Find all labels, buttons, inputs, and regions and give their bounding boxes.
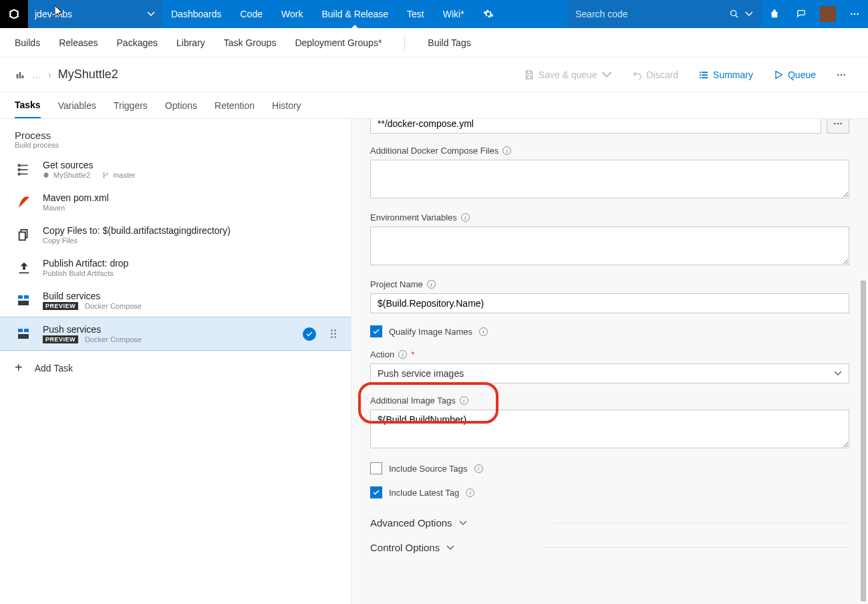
info-icon[interactable]: i [398,350,407,359]
action-select[interactable]: Push service images [370,363,849,384]
info-icon[interactable]: i [474,464,483,473]
tab-variables[interactable]: Variables [58,94,96,118]
tab-tasks[interactable]: Tasks [15,93,41,118]
svg-marker-14 [776,71,782,78]
info-icon[interactable]: i [466,488,474,497]
summary-button[interactable]: Summary [692,69,760,80]
env-vars-input[interactable] [370,226,849,265]
search-input[interactable] [575,9,724,19]
vsts-logo[interactable] [0,0,28,28]
include-source-tags-checkbox[interactable] [370,462,382,474]
browse-button[interactable] [827,119,849,134]
svg-point-15 [837,73,839,76]
svg-rect-30 [24,295,29,299]
additional-compose-input[interactable] [370,160,849,198]
sources-icon [15,160,33,179]
tab-history[interactable]: History [272,94,301,118]
get-sources-item[interactable]: Get sources MyShuttle2 master [0,153,351,186]
preview-badge: PREVIEW [43,302,78,310]
project-selector[interactable]: jdev-labs [28,0,162,28]
subnav-releases[interactable]: Releases [59,37,98,48]
info-icon[interactable]: i [461,213,470,222]
required-asterisk: * [411,349,414,359]
project-name-label: Project Name [370,279,423,289]
list-icon [698,69,709,80]
preview-badge: PREVIEW [43,335,78,343]
chevron-down-icon [446,544,454,552]
svg-rect-28 [19,232,25,240]
tab-retention[interactable]: Retention [214,94,255,118]
task-maven[interactable]: Maven pom.xml Maven [0,186,351,218]
scrollbar-thumb[interactable] [861,281,866,601]
process-header[interactable]: Process Build process [0,119,351,153]
chevron-down-icon[interactable] [745,10,753,18]
enabled-check-icon [303,327,316,341]
nav-dashboards[interactable]: Dashboards [162,0,231,28]
drag-handle-icon[interactable] [331,329,336,338]
discard-button[interactable]: Discard [625,69,685,80]
gear-icon [483,9,494,19]
help-button[interactable] [788,0,815,28]
ellipsis-icon [849,9,860,19]
task-copy-files[interactable]: Copy Files to: $(build.artifactstagingdi… [0,218,351,251]
nav-code[interactable]: Code [231,0,272,28]
qualify-image-names-checkbox[interactable] [370,325,382,337]
advanced-options-toggle[interactable]: Advanced Options [370,510,467,535]
more-actions-button[interactable] [829,69,853,80]
svg-rect-6 [19,72,21,78]
subnav-builds[interactable]: Builds [15,37,40,48]
add-task-button[interactable]: + Add Task [0,351,351,385]
subnav-build-tags[interactable]: Build Tags [428,37,470,48]
svg-rect-10 [700,74,701,76]
nav-wiki[interactable]: Wiki* [434,0,474,28]
help-icon [796,9,807,19]
subnav-task-groups[interactable]: Task Groups [224,37,277,48]
svg-point-3 [854,13,856,15]
action-label: Action [370,349,394,359]
svg-point-22 [18,168,20,170]
task-push-services[interactable]: Push services PREVIEWDocker Compose [0,317,351,351]
settings-gear-button[interactable] [474,0,503,28]
search-box[interactable] [567,0,761,28]
svg-rect-8 [700,71,701,73]
nav-test[interactable]: Test [398,0,434,28]
project-name-input[interactable] [370,293,849,313]
play-icon [773,69,784,80]
save-icon [524,69,535,80]
include-latest-tag-checkbox[interactable] [370,486,382,498]
breadcrumb-bar: … › MyShuttle2 Save & queue Discard Summ… [0,57,868,92]
marketplace-button[interactable] [761,0,788,28]
task-publish-artifact[interactable]: Publish Artifact: drop Publish Build Art… [0,251,351,284]
task-build-services[interactable]: Build services PREVIEWDocker Compose [0,284,351,317]
svg-rect-29 [18,295,23,299]
docker-compose-file-input[interactable] [370,119,821,134]
breadcrumb-ellipsis[interactable]: … [32,69,41,80]
svg-rect-34 [18,334,29,339]
info-icon[interactable]: i [460,396,468,405]
svg-point-37 [840,123,842,125]
info-icon[interactable]: i [427,280,436,289]
task-list-pane: Process Build process Get sources MyShut… [0,119,351,604]
nav-work[interactable]: Work [272,0,312,28]
info-icon[interactable]: i [502,146,511,155]
svg-line-1 [736,15,738,17]
info-icon[interactable]: i [479,327,488,336]
control-options-toggle[interactable]: Control Options [370,535,454,560]
svg-rect-33 [24,329,29,332]
tab-options[interactable]: Options [165,94,197,118]
save-queue-button[interactable]: Save & queue [517,69,619,80]
page-title: MyShuttle2 [58,67,118,82]
additional-tags-input[interactable]: $(Build.BuildNumber) [370,410,849,448]
env-vars-label: Environment Variables [370,212,457,222]
subnav-packages[interactable]: Packages [117,37,158,48]
tab-triggers[interactable]: Triggers [114,94,148,118]
more-menu-button[interactable] [841,0,868,28]
svg-point-35 [834,123,836,125]
svg-rect-5 [17,73,19,78]
queue-button[interactable]: Queue [766,69,823,80]
svg-rect-32 [18,329,23,332]
nav-build-release[interactable]: Build & Release [312,0,398,28]
subnav-deployment-groups[interactable]: Deployment Groups* [295,37,382,48]
user-avatar[interactable] [815,0,841,28]
subnav-library[interactable]: Library [176,37,205,48]
